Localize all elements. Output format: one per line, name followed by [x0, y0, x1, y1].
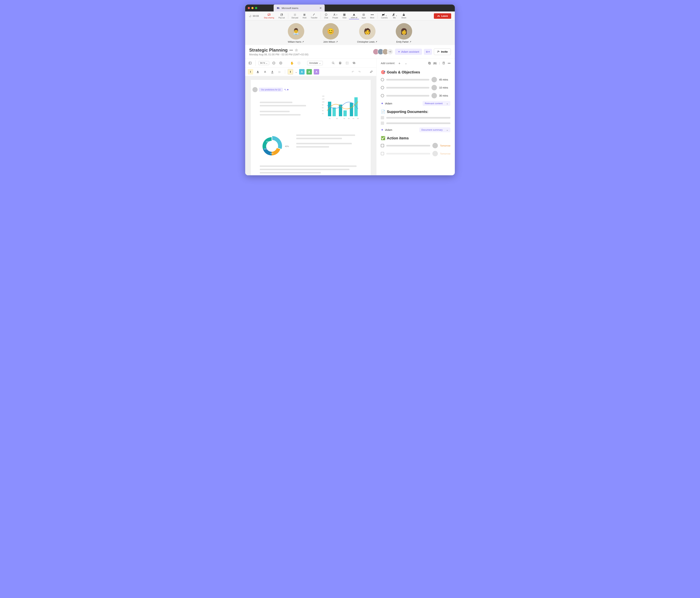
star-icon[interactable]: ☆ [295, 48, 298, 52]
box-green-icon[interactable]: A [306, 69, 312, 75]
zoom-select[interactable]: 94 %⌄ [258, 61, 269, 65]
add-content-label: Add content: [381, 62, 395, 65]
avatar: 😊 [323, 23, 339, 40]
participant: 👩 Emily Parker [396, 23, 412, 43]
doc-item[interactable] [381, 116, 450, 119]
share-button[interactable]: Share [400, 13, 408, 19]
notes-icon[interactable] [442, 61, 445, 65]
leave-button[interactable]: Leave [434, 13, 451, 19]
donut-label: 40% [285, 145, 289, 148]
maximize-window-icon[interactable] [255, 7, 257, 9]
goal-item[interactable]: 10 mins [381, 85, 450, 90]
svg-text:40: 40 [336, 118, 338, 119]
action-items-title: ✅ Action items [381, 136, 450, 140]
attendee-stack[interactable]: +4 [374, 49, 393, 55]
copy-icon[interactable] [428, 61, 431, 65]
zoom-out-icon[interactable] [271, 61, 276, 66]
highlight-box-yellow[interactable]: I [288, 69, 293, 75]
chevron-down-icon: ⌄ [266, 62, 268, 64]
svg-rect-20 [345, 14, 346, 15]
people-button[interactable]: 2 People [330, 13, 340, 19]
relevant-content-chip[interactable]: Relevant content ⌄ [423, 101, 450, 106]
svg-text:40: 40 [344, 118, 345, 119]
checkbox[interactable] [381, 144, 384, 147]
action-item[interactable]: Tomorrow [381, 151, 450, 156]
stop-sharing-button[interactable]: Stop sharing [262, 13, 276, 19]
close-tab-icon[interactable]: ✕ [319, 6, 322, 10]
iadam-row[interactable]: ✦ iAdam Document summary ⌄ [381, 127, 450, 132]
radio-icon[interactable] [381, 94, 384, 97]
goal-item[interactable]: 45 mins [381, 77, 450, 82]
target-icon: 🎯 [381, 70, 385, 74]
view-button[interactable]: View [341, 13, 348, 19]
svg-text:20%: 20% [264, 148, 267, 150]
add-content-plus-icon[interactable]: ＋ [397, 61, 402, 66]
action-item[interactable]: Tomorrow [381, 143, 450, 148]
close-window-icon[interactable] [248, 7, 250, 9]
document-summary-chip[interactable]: Document summary ⌄ [419, 127, 450, 132]
fullscreen-icon[interactable] [345, 61, 349, 66]
transfer-button[interactable]: Transfer [309, 13, 319, 19]
hand-tool-icon[interactable]: ✋ [290, 61, 294, 66]
iadam-assistant-button[interactable]: ✦ iAdam assistant [395, 49, 422, 55]
radio-icon[interactable] [381, 86, 384, 89]
box-purple-icon[interactable]: A [314, 69, 319, 75]
more-button[interactable]: ••• More [368, 13, 376, 19]
text-color-icon[interactable]: A [255, 69, 260, 75]
chevron-down-icon[interactable]: ⌄ [295, 70, 297, 74]
svg-text:40: 40 [322, 110, 324, 111]
browser-tab[interactable]: Microsoft teams ✕ [274, 4, 325, 11]
svg-point-39 [438, 51, 439, 52]
adam-ai-button[interactable]: adam.ai [349, 12, 359, 19]
search-icon[interactable] [331, 61, 335, 66]
svg-text:20%: 20% [270, 153, 273, 154]
window-controls [248, 7, 257, 9]
donut-chart: 20% 20% 20% 40% [260, 134, 289, 158]
redo-icon[interactable]: ↷ [357, 70, 362, 74]
pop-out-button[interactable]: Pop out [277, 13, 286, 19]
comment-annotation[interactable]: Our predictions for Q1 ↖✦ [252, 87, 289, 92]
goal-item[interactable]: 30 mins [381, 93, 450, 98]
chevron-down-icon[interactable]: ⌄ [404, 61, 408, 66]
due-label: Tomorrow [440, 152, 450, 155]
participant: 👨‍💼 William Harris [288, 23, 304, 43]
strikethrough-icon[interactable]: A [262, 69, 268, 75]
meeting-more-icon[interactable]: ••• [290, 48, 293, 52]
hold-button[interactable]: Hold [301, 13, 308, 19]
checkbox[interactable] [381, 152, 384, 155]
tag-icon[interactable]: ▷ [277, 69, 282, 75]
participant: 🧑 Christopher Lewis [357, 23, 377, 43]
camera-button[interactable]: Camera [379, 13, 390, 19]
dial-pad-button[interactable]: Dial pad [290, 13, 300, 19]
assistant-settings-button[interactable]: ⚙✦ [424, 49, 432, 55]
select-tool-icon[interactable] [297, 61, 301, 66]
comment-text: Our predictions for Q1 [259, 88, 283, 92]
goals-section-title: 🎯 Goals & Objectives [381, 70, 450, 74]
underline-wave-icon[interactable]: A [270, 69, 275, 75]
comments-icon[interactable] [352, 61, 356, 66]
print-icon[interactable] [338, 61, 343, 66]
chat-button[interactable]: Chat [322, 13, 330, 19]
minimize-window-icon[interactable] [251, 7, 254, 9]
eraser-icon[interactable] [369, 70, 374, 74]
radio-icon[interactable] [381, 78, 384, 81]
adam-ai-icon [352, 13, 356, 16]
mic-button[interactable]: Mic [390, 13, 399, 19]
sidebar-toggle-icon[interactable] [248, 61, 252, 66]
mic-off-icon [392, 13, 397, 17]
document-canvas[interactable]: Our predictions for Q1 ↖✦ 140120100 [245, 76, 376, 175]
svg-rect-16 [305, 14, 305, 16]
annotate-dropdown[interactable]: Annotate⌄ [307, 61, 323, 65]
box-teal-icon[interactable]: A [299, 69, 305, 75]
highlight-yellow-icon[interactable]: I [248, 69, 253, 75]
apps-button[interactable]: Apps [360, 13, 368, 19]
svg-rect-0 [277, 7, 278, 9]
iadam-row[interactable]: ✦ iAdam Relevant content ⌄ [381, 101, 450, 106]
invite-button[interactable]: Invite [434, 49, 451, 55]
more-icon[interactable]: ••• [448, 62, 450, 65]
zoom-in-icon[interactable] [278, 61, 283, 66]
doc-item[interactable] [381, 122, 450, 125]
svg-point-12 [294, 15, 294, 16]
avatar [432, 151, 438, 156]
undo-icon[interactable]: ↶ [350, 70, 355, 74]
